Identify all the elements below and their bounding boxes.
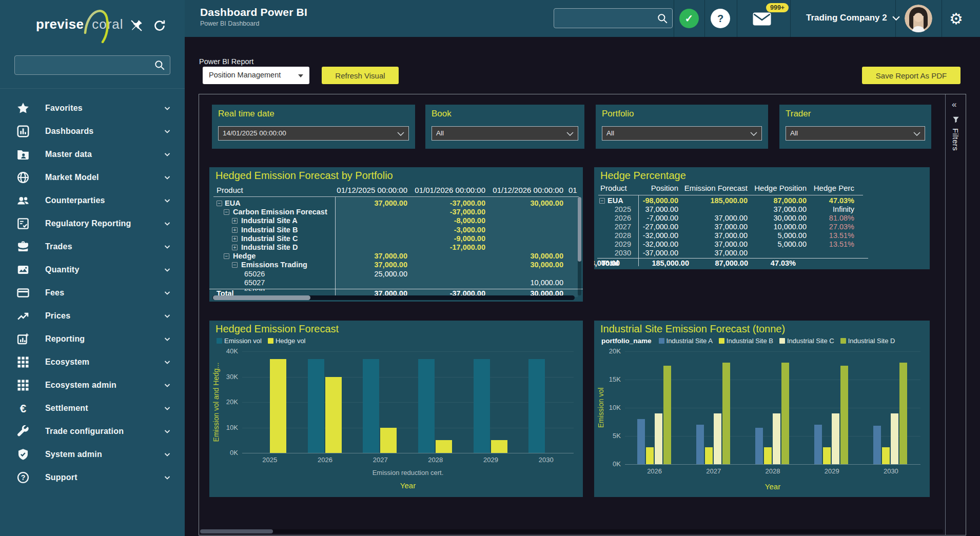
messages-icon[interactable] <box>752 11 772 27</box>
sidebar-item-prices[interactable]: Prices <box>0 304 185 327</box>
column-header-date[interactable]: 01/12/2025 00:00:00 <box>325 186 407 194</box>
bar-industrial-site-a-2029[interactable] <box>814 425 822 464</box>
table-row-eua[interactable]: −EUA37,000.00-37,000.0030,000.00 <box>209 199 583 208</box>
sidebar-item-favorites[interactable]: Favorites <box>0 96 185 120</box>
bar-industrial-site-b-2030[interactable] <box>882 447 890 464</box>
bar-industrial-site-a-2027[interactable] <box>696 425 704 464</box>
sidebar-item-market-model[interactable]: Market Model <box>0 166 185 189</box>
sidebar-item-settlement[interactable]: €Settlement <box>0 396 185 420</box>
table-row-2025[interactable]: 202537,000.0037,000.00Infinity <box>594 205 930 214</box>
table-row-2029[interactable]: 2029-32,000.0037,000.005,000.0013.51% <box>594 240 930 249</box>
save-report-pdf-button[interactable]: Save Report As PDF <box>862 67 961 84</box>
sidebar-search-input[interactable] <box>20 56 148 74</box>
bar-industrial-site-b-2029[interactable] <box>823 447 831 464</box>
sidebar-item-ecosystem[interactable]: Ecosystem <box>0 350 185 373</box>
bar-industrial-site-c-2027[interactable] <box>714 413 721 464</box>
sidebar-item-support[interactable]: ?Support <box>0 466 185 489</box>
expand-row-icon[interactable]: + <box>232 218 238 224</box>
sidebar-item-ecosystem-admin[interactable]: Ecosystem admin <box>0 373 185 396</box>
filters-pane-collapsed[interactable]: « Filters <box>945 94 966 535</box>
bar-industrial-site-b-2027[interactable] <box>705 447 713 464</box>
table-row-2028[interactable]: 2028-32,000.0037,000.005,000.0013.51% <box>594 231 930 240</box>
table-row-emissions-trading[interactable]: −Emissions Trading37,000.0030,000.00 <box>209 261 583 269</box>
bar-industrial-site-a-2028[interactable] <box>755 428 763 465</box>
sidebar-item-regulatory-reporting[interactable]: Regulatory Reporting <box>0 212 185 235</box>
table-row-industrial-site-b[interactable]: +Industrial Site B-3,000.00 <box>209 226 583 234</box>
bar-industrial-site-d-2030[interactable] <box>899 363 907 464</box>
sidebar-item-fees[interactable]: Fees <box>0 281 185 304</box>
scrollbar-thumb[interactable] <box>578 197 581 262</box>
expand-row-icon[interactable]: + <box>232 236 238 242</box>
column-header-date[interactable]: 01/01/2026 00:00:00 <box>403 186 485 194</box>
bar-hedge-vol-2025[interactable] <box>270 359 286 453</box>
unpin-sidebar-button[interactable] <box>129 18 144 34</box>
table-row-carbon-emission-forecast[interactable]: −Carbon Emission Forecast-37,000.00 <box>209 208 583 216</box>
table-row-eua[interactable]: −EUA-98,000.00185,000.0087,000.0047.03% <box>594 196 930 205</box>
table-row-industrial-site-a[interactable]: +Industrial Site A-8,000.00 <box>209 216 583 225</box>
scrollbar-thumb[interactable] <box>200 529 273 533</box>
reload-menu-button[interactable] <box>152 18 167 34</box>
bar-industrial-site-d-2026[interactable] <box>663 366 671 465</box>
bar-industrial-site-a-2030[interactable] <box>873 426 881 464</box>
column-header-product[interactable]: Product <box>217 186 243 194</box>
legend-item-hedge-vol[interactable]: Hedge vol <box>268 337 306 345</box>
table-row-industrial-site-c[interactable]: +Industrial Site C-9,000.00 <box>209 234 583 243</box>
bar-hedge-vol-2028[interactable] <box>436 440 452 453</box>
sidebar-item-dashboards[interactable]: Dashboards <box>0 120 185 143</box>
sidebar-item-reporting[interactable]: Reporting <box>0 327 185 350</box>
vertical-scrollbar[interactable] <box>578 197 581 295</box>
expand-row-icon[interactable]: + <box>232 227 238 233</box>
legend-item-emission-vol[interactable]: Emission vol <box>217 337 262 345</box>
legend-item-industrial-site-a[interactable]: Industrial Site A <box>659 337 713 345</box>
legend-item-industrial-site-d[interactable]: Industrial Site D <box>840 337 895 345</box>
status-ok-icon[interactable]: ✓ <box>679 9 699 28</box>
table-total-row[interactable]: Total-98,000.00185,000.0087,000.0047.03% <box>597 258 868 267</box>
report-select[interactable]: Position Management <box>203 67 309 84</box>
bar-industrial-site-a-2026[interactable] <box>637 419 645 464</box>
app-logo[interactable]: previse coral <box>36 16 124 32</box>
collapse-row-icon[interactable]: − <box>224 253 229 259</box>
bar-industrial-site-b-2026[interactable] <box>646 447 654 464</box>
sidebar-item-quantity[interactable]: Quantity <box>0 258 185 281</box>
table-row-2030[interactable]: 2030-37,000.0037,000.00 <box>594 249 930 257</box>
bar-industrial-site-d-2028[interactable] <box>781 363 789 464</box>
refresh-visual-button[interactable]: Refresh Visual <box>322 67 399 84</box>
sidebar-item-trade-configuration[interactable]: Trade configuration <box>0 420 185 443</box>
user-avatar[interactable] <box>905 5 932 32</box>
bar-industrial-site-d-2029[interactable] <box>840 366 848 465</box>
bar-emission-vol-2028[interactable] <box>418 359 435 453</box>
table-row-industrial-site-d[interactable]: +Industrial Site D-17,000.00 <box>209 243 583 252</box>
bar-industrial-site-c-2026[interactable] <box>655 413 662 464</box>
collapse-row-icon[interactable]: − <box>217 201 222 206</box>
bar-industrial-site-b-2028[interactable] <box>764 447 772 464</box>
portfolio-dropdown[interactable]: All <box>602 126 762 141</box>
column-header-hedge_perc[interactable]: Hedge Perc <box>777 184 854 192</box>
bar-industrial-site-c-2029[interactable] <box>832 413 839 464</box>
expand-row-icon[interactable]: + <box>232 245 238 250</box>
real-time-date-dropdown[interactable]: 14/01/2025 00:00:00 <box>218 126 409 141</box>
global-search-input[interactable] <box>559 9 654 28</box>
sidebar-item-master-data[interactable]: Master data <box>0 143 185 166</box>
book-dropdown[interactable]: All <box>432 126 578 141</box>
column-header-date-clipped[interactable]: 01 <box>569 186 577 194</box>
column-header-date[interactable]: 01/12/2026 00:00:00 <box>481 186 563 194</box>
legend-item-industrial-site-c[interactable]: Industrial Site C <box>779 337 834 345</box>
horizontal-scrollbar[interactable] <box>212 295 575 300</box>
bar-hedge-vol-2026[interactable] <box>325 377 342 453</box>
bar-emission-vol-2026[interactable] <box>308 359 324 453</box>
bar-emission-vol-2030[interactable] <box>528 359 545 453</box>
company-selector[interactable]: Trading Company 2 <box>806 13 900 23</box>
trader-dropdown[interactable]: All <box>786 126 925 141</box>
collapse-row-icon[interactable]: − <box>599 198 605 204</box>
table-row-hedge[interactable]: −Hedge37,000.0030,000.00 <box>209 252 583 261</box>
expand-filters-icon[interactable]: « <box>952 100 956 110</box>
scrollbar-thumb[interactable] <box>213 295 310 300</box>
bar-hedge-vol-2029[interactable] <box>491 440 507 453</box>
column-header-position[interactable]: Position <box>601 184 678 192</box>
frame-horizontal-scrollbar[interactable] <box>200 529 943 533</box>
bar-industrial-site-c-2028[interactable] <box>773 413 780 464</box>
bar-emission-vol-2029[interactable] <box>474 359 490 453</box>
help-icon[interactable]: ? <box>711 9 730 28</box>
sidebar-item-counterparties[interactable]: Counterparties <box>0 189 185 212</box>
table-row-65027[interactable]: 6502710,000.00 <box>209 279 583 287</box>
